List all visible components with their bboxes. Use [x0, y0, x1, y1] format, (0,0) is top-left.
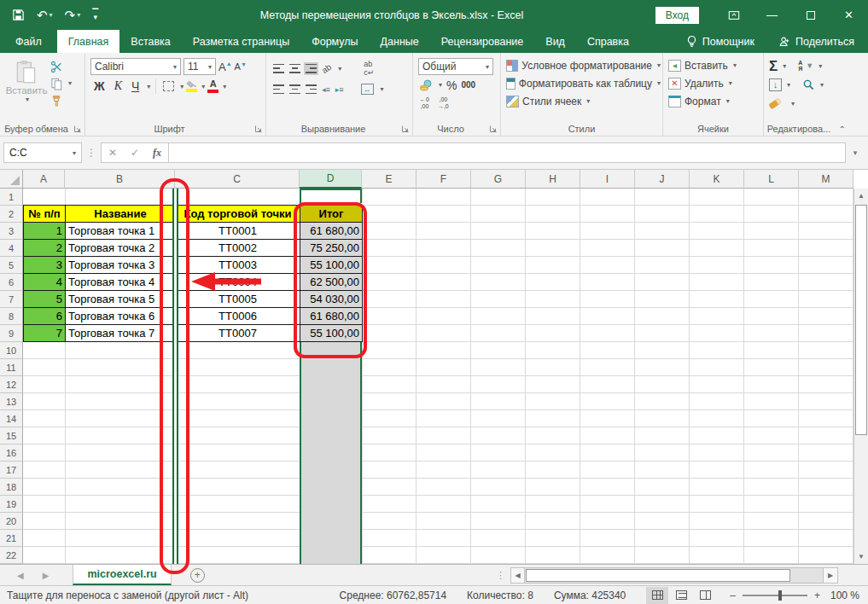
font-color-dropdown-icon[interactable]: ▾ — [223, 83, 226, 90]
font-name-combo[interactable]: Calibri▾ — [90, 58, 181, 75]
column-header[interactable]: E — [362, 170, 417, 189]
status-sum[interactable]: Сумма: 425340 — [554, 589, 626, 601]
row-header[interactable]: 3 — [0, 223, 23, 240]
insert-cells-dropdown-icon[interactable]: ▾ — [733, 61, 737, 69]
find-dropdown-icon[interactable]: ▾ — [820, 81, 824, 89]
scroll-left-icon[interactable]: ◀ — [510, 567, 525, 584]
column-header[interactable]: J — [635, 170, 690, 189]
paste-dropdown-icon[interactable]: ▾ — [26, 96, 29, 103]
expand-formula-bar-icon[interactable]: ▾ — [846, 148, 865, 157]
ribbon-tab[interactable]: Файл — [0, 30, 57, 53]
cell-code[interactable]: ТТ0001 — [175, 222, 300, 240]
number-format-dropdown-icon[interactable]: ▾ — [486, 63, 489, 71]
clipboard-dialog-launcher-icon[interactable] — [73, 125, 82, 133]
row-header[interactable]: 17 — [0, 462, 23, 479]
align-left-icon[interactable] — [273, 84, 284, 94]
find-select-icon[interactable] — [802, 78, 815, 91]
collapse-ribbon-icon[interactable]: ⌃ — [839, 125, 846, 134]
fill-color-button[interactable] — [186, 80, 197, 92]
assistant-tab[interactable]: Помощник — [676, 30, 765, 53]
copy-dropdown-icon[interactable]: ▾ — [68, 79, 72, 87]
row-header[interactable]: 13 — [0, 393, 23, 410]
align-middle-icon[interactable] — [289, 64, 300, 73]
format-cells-dropdown-icon[interactable]: ▾ — [726, 97, 730, 105]
cell-number[interactable]: 1 — [23, 222, 66, 240]
page-layout-view-button[interactable] — [670, 587, 692, 604]
align-top-icon[interactable] — [273, 64, 284, 73]
conditional-formatting-button[interactable]: Условное форматирование▾ — [506, 56, 661, 74]
autosum-dropdown-icon[interactable]: ▾ — [783, 62, 786, 70]
row-header[interactable]: 15 — [0, 427, 23, 444]
customize-qat-icon[interactable]: ▔▾ — [92, 11, 98, 20]
delete-cells-dropdown-icon[interactable]: ▾ — [729, 79, 732, 87]
align-bottom-icon[interactable] — [306, 64, 317, 73]
format-as-table-dropdown-icon[interactable]: ▾ — [657, 79, 661, 87]
column-header[interactable]: C — [175, 170, 300, 189]
clear-dropdown-icon[interactable]: ▾ — [791, 100, 795, 107]
header-cell-code[interactable]: Код торговой точки — [175, 205, 300, 223]
sheet-tab[interactable]: microexcel.ru — [73, 565, 171, 585]
row-header[interactable]: 11 — [0, 359, 23, 376]
clear-icon[interactable] — [768, 97, 781, 109]
redo-dropdown-icon[interactable]: ▾ — [77, 11, 80, 19]
alignment-dialog-launcher-icon[interactable] — [401, 125, 410, 133]
row-header[interactable]: 4 — [0, 240, 23, 257]
cell-number[interactable]: 3 — [23, 256, 66, 274]
new-sheet-icon[interactable]: + — [190, 568, 205, 583]
zoom-slider-thumb[interactable] — [778, 590, 782, 601]
font-dialog-launcher-icon[interactable] — [254, 125, 263, 133]
underline-button[interactable]: Ч — [128, 78, 143, 94]
conditional-formatting-dropdown-icon[interactable]: ▾ — [657, 61, 661, 69]
ribbon-tab[interactable]: Разметка страницы — [182, 30, 300, 53]
formula-bar-divider[interactable]: ⋮ — [86, 147, 96, 159]
borders-dropdown-icon[interactable]: ▾ — [180, 83, 184, 90]
column-header[interactable]: L — [744, 170, 799, 189]
ribbon-tab[interactable]: Данные — [370, 30, 430, 53]
cell-code[interactable]: ТТ0002 — [175, 239, 300, 257]
format-painter-icon[interactable] — [50, 94, 64, 108]
cell-number[interactable]: 6 — [23, 307, 66, 325]
delete-cells-button[interactable]: ✕ Удалить▾ — [668, 74, 761, 92]
zoom-slider[interactable] — [743, 595, 807, 596]
font-color-button[interactable]: А — [207, 79, 218, 93]
row-header[interactable]: 10 — [0, 342, 23, 359]
prev-sheet-icon[interactable]: ◀ — [17, 571, 24, 580]
column-header[interactable]: F — [417, 170, 471, 189]
ribbon-display-options-icon[interactable] — [714, 0, 753, 30]
next-sheet-icon[interactable]: ▶ — [43, 571, 50, 580]
italic-button[interactable]: К — [111, 78, 125, 94]
row-header[interactable]: 21 — [0, 530, 23, 547]
login-button[interactable]: Вход — [655, 7, 699, 24]
column-header[interactable]: A — [23, 170, 65, 189]
font-name-dropdown-icon[interactable]: ▾ — [173, 63, 177, 71]
fill-down-icon[interactable]: ↓ — [769, 78, 782, 91]
merge-dropdown-icon[interactable]: ▾ — [381, 85, 384, 93]
undo-button[interactable]: ↶▾ — [37, 8, 53, 23]
accounting-dropdown-icon[interactable]: ▾ — [439, 81, 442, 89]
row-header[interactable]: 1 — [0, 189, 23, 206]
cut-icon[interactable] — [50, 60, 64, 74]
fill-color-dropdown-icon[interactable]: ▾ — [201, 83, 205, 90]
font-size-combo[interactable]: 11▾ — [184, 58, 216, 75]
column-header[interactable]: M — [799, 170, 853, 189]
minimize-button[interactable]: — — [753, 0, 791, 30]
row-header[interactable]: 22 — [0, 547, 23, 564]
scroll-right-icon[interactable]: ▶ — [824, 567, 838, 584]
orientation-dropdown-icon[interactable]: ▾ — [338, 65, 341, 73]
increase-indent-icon[interactable]: ▸≡ — [335, 85, 344, 94]
row-header[interactable]: 16 — [0, 444, 23, 462]
column-header[interactable]: G — [471, 170, 526, 189]
insert-function-button[interactable]: fx — [146, 147, 168, 160]
undo-dropdown-icon[interactable]: ▾ — [50, 11, 53, 19]
accounting-format-icon[interactable] — [418, 78, 433, 92]
column-header[interactable]: B — [65, 170, 175, 189]
row-header[interactable]: 19 — [0, 496, 23, 513]
orientation-icon[interactable]: ab — [320, 61, 333, 74]
row-header[interactable]: 20 — [0, 513, 23, 530]
borders-icon[interactable] — [161, 79, 176, 94]
column-header[interactable]: H — [526, 170, 580, 189]
paste-button[interactable]: Вставить ▾ — [3, 56, 50, 120]
cell-number[interactable]: 2 — [23, 239, 66, 257]
confirm-entry-icon[interactable]: ✓ — [124, 147, 146, 159]
comma-style-button[interactable]: 000 — [461, 80, 475, 90]
